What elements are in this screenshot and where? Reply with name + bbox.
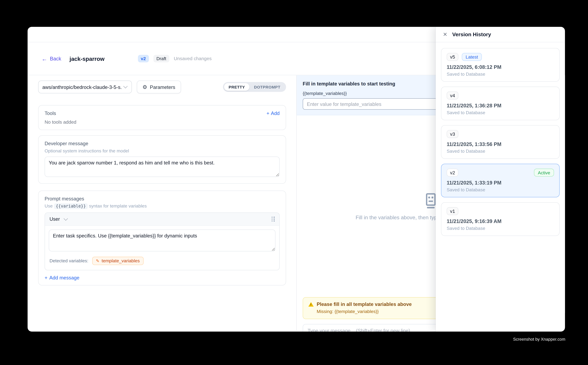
version-entry[interactable]: v5 Latest 11/22/2025, 6:08:12 PM Saved t…	[441, 48, 560, 82]
version-saved-status: Saved to Database	[447, 187, 554, 193]
developer-message-card: Developer message Optional system instru…	[38, 135, 286, 184]
watermark-text: Screenshot by Xnapper.com	[513, 337, 565, 342]
version-timestamp: 11/21/2025, 9:16:39 AM	[447, 218, 554, 224]
message-role-header: User	[45, 213, 279, 226]
app-window: ← Back jack-sparrow v2 Draft Unsaved cha…	[28, 27, 565, 332]
close-icon[interactable]: ✕	[443, 32, 447, 37]
screenshot-stage: ← Back jack-sparrow v2 Draft Unsaved cha…	[0, 0, 588, 365]
version-history-list: v5 Latest 11/22/2025, 6:08:12 PM Saved t…	[436, 42, 565, 242]
version-entry[interactable]: v3 11/21/2025, 1:33:56 PM Saved to Datab…	[441, 125, 560, 159]
gear-icon: ⚙	[142, 84, 147, 90]
version-number-badge: v1	[447, 207, 458, 215]
model-select-value: aws/anthropic/bedrock-claude-3-5-s...	[42, 84, 122, 90]
toggle-dotprompt[interactable]: DOTPROMPT	[249, 83, 285, 91]
toggle-pretty[interactable]: PRETTY	[224, 83, 249, 91]
add-tool-button[interactable]: + Add	[266, 110, 280, 116]
parameters-button[interactable]: ⚙ Parameters	[137, 80, 181, 93]
back-button[interactable]: ← Back	[42, 56, 61, 61]
page-title: jack-sparrow	[69, 55, 104, 62]
version-badge: v2	[138, 55, 149, 63]
subtitle-suffix: syntax for template variables	[89, 203, 147, 209]
plus-icon: +	[266, 110, 269, 116]
version-number-badge: v4	[447, 91, 458, 99]
version-saved-status: Saved to Database	[447, 226, 554, 231]
tools-empty-text: No tools added	[45, 119, 280, 125]
drag-handle-icon[interactable]	[271, 217, 275, 221]
warning-icon	[308, 302, 314, 306]
pencil-icon: ✎	[96, 259, 99, 263]
chevron-down-icon	[123, 84, 128, 88]
parameters-label: Parameters	[150, 84, 175, 90]
view-mode-toggle: PRETTY DOTPROMPT	[223, 82, 286, 92]
developer-message-title: Developer message	[45, 141, 280, 146]
active-badge: Active	[534, 168, 554, 176]
version-timestamp: 11/21/2025, 1:36:28 PM	[447, 103, 554, 108]
add-message-button[interactable]: + Add message	[45, 275, 280, 281]
detected-variables-label: Detected variables:	[49, 258, 88, 264]
prompt-messages-subtitle: Use {{variable}} syntax for template var…	[45, 203, 280, 209]
add-tool-label: Add	[271, 110, 280, 116]
version-history-header: ✕ Version History	[436, 27, 565, 42]
version-history-title: Version History	[452, 31, 491, 37]
version-timestamp: 11/21/2025, 1:33:56 PM	[447, 141, 554, 147]
back-label: Back	[50, 56, 61, 61]
version-saved-status: Saved to Database	[447, 148, 554, 154]
model-toolbar: aws/anthropic/bedrock-claude-3-5-s... ⚙ …	[38, 80, 286, 93]
header-badges: v2 Draft Unsaved changes	[138, 55, 212, 63]
empty-state-text: Fill in the variables above, then typ	[356, 214, 437, 220]
warning-title: Please fill in all template variables ab…	[317, 301, 412, 307]
version-timestamp: 11/22/2025, 6:08:12 PM	[447, 64, 554, 70]
prompt-messages-card: Prompt messages Use {{variable}} syntax …	[38, 190, 286, 285]
tools-card: Tools + Add No tools added	[38, 105, 286, 130]
role-chevron-down-icon[interactable]	[64, 216, 68, 220]
plus-icon: +	[45, 275, 48, 281]
add-message-label: Add message	[49, 275, 79, 281]
prompt-messages-title: Prompt messages	[45, 196, 280, 202]
variable-chip-label: template_variables	[102, 258, 140, 264]
role-select-value: User	[49, 216, 60, 222]
unsaved-changes-label: Unsaved changes	[174, 56, 212, 61]
developer-message-subtitle: Optional system instructions for the mod…	[45, 148, 280, 154]
version-entry[interactable]: v4 11/21/2025, 1:36:28 PM Saved to Datab…	[441, 87, 560, 120]
model-select[interactable]: aws/anthropic/bedrock-claude-3-5-s...	[38, 80, 132, 93]
version-entry[interactable]: v2 Active 11/21/2025, 1:33:19 PM Saved t…	[441, 164, 560, 197]
tools-title: Tools	[45, 110, 56, 116]
back-arrow-icon: ←	[42, 56, 47, 61]
draft-badge: Draft	[153, 55, 169, 63]
version-number-badge: v3	[447, 130, 458, 138]
editor-pane: aws/anthropic/bedrock-claude-3-5-s... ⚙ …	[28, 75, 296, 331]
version-timestamp: 11/21/2025, 1:33:19 PM	[447, 180, 554, 186]
version-saved-status: Saved to Database	[447, 71, 554, 77]
variable-syntax-chip: {{variable}}	[54, 203, 88, 209]
version-entry[interactable]: v1 11/21/2025, 9:16:39 AM Saved to Datab…	[441, 202, 560, 236]
variable-chip[interactable]: ✎ template_variables	[92, 257, 143, 265]
detected-variables-row: Detected variables: ✎ template_variables	[45, 253, 279, 270]
version-saved-status: Saved to Database	[447, 110, 554, 115]
version-number-badge: v5	[447, 53, 458, 61]
latest-badge: Latest	[462, 53, 482, 61]
subtitle-prefix: Use	[45, 203, 53, 209]
message-content-input[interactable]: Enter task specifics. Use {{template_var…	[49, 229, 276, 251]
version-number-badge: v2	[447, 168, 458, 176]
version-history-panel: ✕ Version History v5 Latest 11/22/2025, …	[436, 27, 565, 332]
developer-message-input[interactable]: You are jack sparrow number 1, respond a…	[45, 157, 280, 177]
message-block: User Enter task specifics. Use {{templat…	[45, 212, 280, 270]
